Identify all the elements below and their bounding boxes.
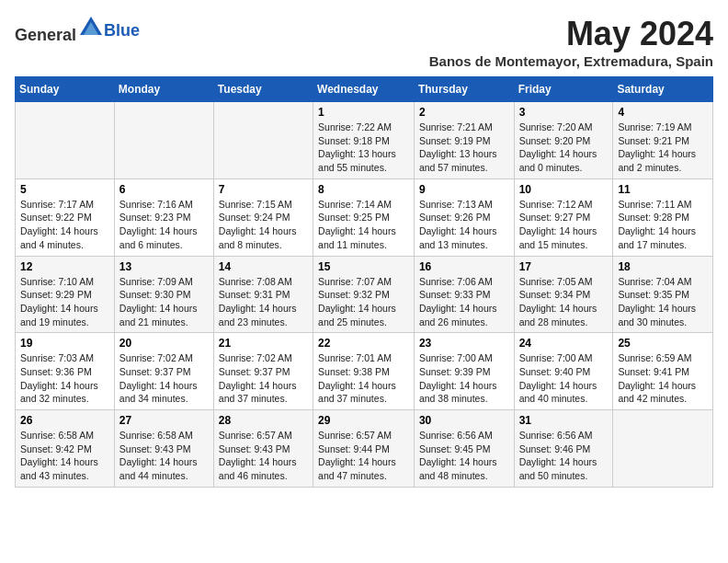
day-number: 23 [419, 337, 509, 350]
day-number: 18 [618, 260, 708, 273]
calendar-cell: 23Sunrise: 7:00 AMSunset: 9:39 PMDayligh… [414, 333, 514, 410]
calendar-cell [213, 102, 313, 179]
calendar-table: SundayMondayTuesdayWednesdayThursdayFrid… [15, 76, 713, 488]
day-info: Sunrise: 7:19 AMSunset: 9:21 PMDaylight:… [618, 121, 708, 175]
calendar-cell: 15Sunrise: 7:07 AMSunset: 9:32 PMDayligh… [313, 256, 415, 333]
day-number: 13 [119, 260, 209, 273]
calendar-cell: 21Sunrise: 7:02 AMSunset: 9:37 PMDayligh… [213, 333, 313, 410]
calendar-cell: 9Sunrise: 7:13 AMSunset: 9:26 PMDaylight… [414, 178, 514, 256]
weekday-header-sunday: Sunday [16, 77, 115, 102]
day-info: Sunrise: 7:11 AMSunset: 9:28 PMDaylight:… [618, 198, 708, 252]
calendar-cell: 28Sunrise: 6:57 AMSunset: 9:43 PMDayligh… [213, 410, 313, 488]
day-info: Sunrise: 7:04 AMSunset: 9:35 PMDaylight:… [618, 275, 708, 329]
calendar-cell: 2Sunrise: 7:21 AMSunset: 9:19 PMDaylight… [414, 102, 514, 179]
calendar-cell: 31Sunrise: 6:56 AMSunset: 9:46 PMDayligh… [514, 410, 613, 488]
weekday-header-row: SundayMondayTuesdayWednesdayThursdayFrid… [16, 77, 713, 102]
week-row-1: 1Sunrise: 7:22 AMSunset: 9:18 PMDaylight… [16, 102, 713, 179]
calendar-cell: 29Sunrise: 6:57 AMSunset: 9:44 PMDayligh… [313, 410, 415, 488]
day-info: Sunrise: 7:08 AMSunset: 9:31 PMDaylight:… [219, 275, 308, 329]
calendar-cell: 8Sunrise: 7:14 AMSunset: 9:25 PMDaylight… [313, 178, 415, 256]
calendar-cell: 12Sunrise: 7:10 AMSunset: 9:29 PMDayligh… [16, 256, 115, 333]
calendar-cell: 20Sunrise: 7:02 AMSunset: 9:37 PMDayligh… [114, 333, 213, 410]
day-number: 15 [318, 260, 409, 273]
day-number: 30 [419, 414, 509, 427]
day-number: 22 [318, 337, 409, 350]
calendar-cell: 13Sunrise: 7:09 AMSunset: 9:30 PMDayligh… [114, 256, 213, 333]
day-number: 12 [20, 260, 109, 273]
day-info: Sunrise: 7:01 AMSunset: 9:38 PMDaylight:… [318, 351, 409, 406]
day-info: Sunrise: 6:58 AMSunset: 9:42 PMDaylight:… [20, 429, 109, 483]
day-number: 2 [419, 106, 509, 119]
calendar-cell [613, 410, 713, 488]
day-info: Sunrise: 7:05 AMSunset: 9:34 PMDaylight:… [519, 275, 609, 329]
day-number: 28 [219, 414, 308, 427]
day-info: Sunrise: 7:14 AMSunset: 9:25 PMDaylight:… [318, 198, 409, 252]
logo-blue: Blue [104, 21, 140, 40]
day-info: Sunrise: 7:22 AMSunset: 9:18 PMDaylight:… [318, 121, 409, 175]
logo: General Blue [15, 15, 140, 45]
header: General Blue May 2024 Banos de Montemayo… [15, 15, 713, 69]
day-number: 11 [618, 183, 708, 196]
week-row-4: 19Sunrise: 7:03 AMSunset: 9:36 PMDayligh… [16, 333, 713, 410]
weekday-header-saturday: Saturday [613, 77, 713, 102]
day-number: 20 [119, 337, 209, 350]
day-number: 31 [519, 414, 609, 427]
location-title: Banos de Montemayor, Extremadura, Spain [429, 53, 713, 69]
day-info: Sunrise: 7:07 AMSunset: 9:32 PMDaylight:… [318, 275, 409, 329]
day-info: Sunrise: 7:15 AMSunset: 9:24 PMDaylight:… [219, 198, 308, 252]
day-number: 25 [618, 337, 708, 350]
day-number: 21 [219, 337, 308, 350]
calendar-cell: 22Sunrise: 7:01 AMSunset: 9:38 PMDayligh… [313, 333, 415, 410]
calendar-cell: 4Sunrise: 7:19 AMSunset: 9:21 PMDaylight… [613, 102, 713, 179]
day-info: Sunrise: 6:58 AMSunset: 9:43 PMDaylight:… [119, 429, 209, 483]
month-year-title: May 2024 [429, 15, 713, 53]
weekday-header-monday: Monday [114, 77, 213, 102]
calendar-cell: 16Sunrise: 7:06 AMSunset: 9:33 PMDayligh… [414, 256, 514, 333]
day-number: 10 [519, 183, 609, 196]
logo-icon [78, 15, 104, 40]
weekday-header-thursday: Thursday [414, 77, 514, 102]
day-info: Sunrise: 6:57 AMSunset: 9:43 PMDaylight:… [219, 429, 308, 483]
week-row-5: 26Sunrise: 6:58 AMSunset: 9:42 PMDayligh… [16, 410, 713, 488]
day-info: Sunrise: 7:02 AMSunset: 9:37 PMDaylight:… [219, 351, 308, 406]
day-number: 1 [318, 106, 409, 119]
day-info: Sunrise: 6:57 AMSunset: 9:44 PMDaylight:… [318, 429, 409, 483]
day-number: 6 [119, 183, 209, 196]
day-number: 9 [419, 183, 509, 196]
day-info: Sunrise: 7:02 AMSunset: 9:37 PMDaylight:… [119, 351, 209, 406]
calendar-cell: 24Sunrise: 7:00 AMSunset: 9:40 PMDayligh… [514, 333, 613, 410]
day-info: Sunrise: 7:13 AMSunset: 9:26 PMDaylight:… [419, 198, 509, 252]
day-info: Sunrise: 7:20 AMSunset: 9:20 PMDaylight:… [519, 121, 609, 175]
day-number: 17 [519, 260, 609, 273]
calendar-cell: 30Sunrise: 6:56 AMSunset: 9:45 PMDayligh… [414, 410, 514, 488]
week-row-2: 5Sunrise: 7:17 AMSunset: 9:22 PMDaylight… [16, 178, 713, 256]
day-number: 3 [519, 106, 609, 119]
calendar-cell: 11Sunrise: 7:11 AMSunset: 9:28 PMDayligh… [613, 178, 713, 256]
day-number: 8 [318, 183, 409, 196]
day-number: 24 [519, 337, 609, 350]
day-number: 27 [119, 414, 209, 427]
weekday-header-wednesday: Wednesday [313, 77, 415, 102]
calendar-cell: 3Sunrise: 7:20 AMSunset: 9:20 PMDaylight… [514, 102, 613, 179]
day-info: Sunrise: 7:16 AMSunset: 9:23 PMDaylight:… [119, 198, 209, 252]
calendar-cell [114, 102, 213, 179]
day-info: Sunrise: 7:06 AMSunset: 9:33 PMDaylight:… [419, 275, 509, 329]
day-info: Sunrise: 6:59 AMSunset: 9:41 PMDaylight:… [618, 351, 708, 406]
weekday-header-friday: Friday [514, 77, 613, 102]
day-info: Sunrise: 7:12 AMSunset: 9:27 PMDaylight:… [519, 198, 609, 252]
day-info: Sunrise: 7:21 AMSunset: 9:19 PMDaylight:… [419, 121, 509, 175]
day-info: Sunrise: 7:03 AMSunset: 9:36 PMDaylight:… [20, 351, 109, 406]
calendar-cell: 25Sunrise: 6:59 AMSunset: 9:41 PMDayligh… [613, 333, 713, 410]
calendar-cell [16, 102, 115, 179]
calendar-cell: 18Sunrise: 7:04 AMSunset: 9:35 PMDayligh… [613, 256, 713, 333]
day-info: Sunrise: 7:10 AMSunset: 9:29 PMDaylight:… [20, 275, 109, 329]
calendar-cell: 17Sunrise: 7:05 AMSunset: 9:34 PMDayligh… [514, 256, 613, 333]
day-number: 26 [20, 414, 109, 427]
day-info: Sunrise: 7:00 AMSunset: 9:40 PMDaylight:… [519, 351, 609, 406]
day-number: 19 [20, 337, 109, 350]
day-info: Sunrise: 6:56 AMSunset: 9:46 PMDaylight:… [519, 429, 609, 483]
calendar-cell: 5Sunrise: 7:17 AMSunset: 9:22 PMDaylight… [16, 178, 115, 256]
calendar-cell: 6Sunrise: 7:16 AMSunset: 9:23 PMDaylight… [114, 178, 213, 256]
calendar-cell: 14Sunrise: 7:08 AMSunset: 9:31 PMDayligh… [213, 256, 313, 333]
day-number: 29 [318, 414, 409, 427]
